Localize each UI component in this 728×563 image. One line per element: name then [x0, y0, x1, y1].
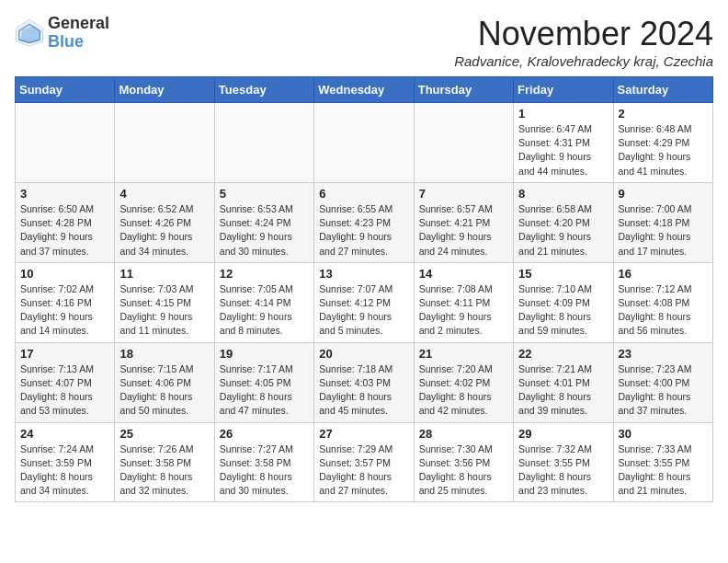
- week-row-5: 24Sunrise: 7:24 AM Sunset: 3:59 PM Dayli…: [16, 422, 713, 502]
- location: Radvanice, Kralovehradecky kraj, Czechia: [454, 53, 713, 69]
- day-number-10: 10: [20, 267, 109, 281]
- page-container: General Blue November 2024 Radvanice, Kr…: [15, 15, 713, 502]
- day-info-19: Sunrise: 7:17 AM Sunset: 4:05 PM Dayligh…: [220, 362, 309, 419]
- day-info-20: Sunrise: 7:18 AM Sunset: 4:03 PM Dayligh…: [319, 362, 408, 419]
- day-info-26: Sunrise: 7:27 AM Sunset: 3:58 PM Dayligh…: [220, 442, 309, 499]
- calendar-cell-1-1: 4Sunrise: 6:52 AM Sunset: 4:26 PM Daylig…: [115, 182, 214, 262]
- col-thursday: Thursday: [414, 77, 513, 103]
- calendar-cell-0-5: 1Sunrise: 6:47 AM Sunset: 4:31 PM Daylig…: [514, 103, 613, 183]
- day-info-11: Sunrise: 7:03 AM Sunset: 4:15 PM Dayligh…: [119, 282, 209, 339]
- day-number-4: 4: [119, 187, 209, 201]
- day-number-16: 16: [619, 267, 708, 281]
- calendar-cell-0-0: [16, 103, 115, 183]
- day-info-12: Sunrise: 7:05 AM Sunset: 4:14 PM Dayligh…: [220, 282, 309, 339]
- day-info-23: Sunrise: 7:23 AM Sunset: 4:00 PM Dayligh…: [619, 362, 708, 419]
- title-block: November 2024 Radvanice, Kralovehradecky…: [454, 15, 713, 69]
- calendar-cell-1-6: 9Sunrise: 7:00 AM Sunset: 4:18 PM Daylig…: [613, 182, 712, 262]
- day-number-29: 29: [518, 427, 608, 441]
- calendar-cell-1-0: 3Sunrise: 6:50 AM Sunset: 4:28 PM Daylig…: [16, 182, 115, 262]
- day-info-10: Sunrise: 7:02 AM Sunset: 4:16 PM Dayligh…: [20, 282, 109, 339]
- calendar-cell-3-3: 20Sunrise: 7:18 AM Sunset: 4:03 PM Dayli…: [314, 342, 414, 422]
- day-number-11: 11: [119, 267, 209, 281]
- calendar-cell-3-2: 19Sunrise: 7:17 AM Sunset: 4:05 PM Dayli…: [214, 342, 313, 422]
- calendar-header: Sunday Monday Tuesday Wednesday Thursday…: [16, 77, 713, 103]
- calendar-cell-2-4: 14Sunrise: 7:08 AM Sunset: 4:11 PM Dayli…: [414, 262, 513, 342]
- calendar-cell-2-6: 16Sunrise: 7:12 AM Sunset: 4:08 PM Dayli…: [613, 262, 712, 342]
- day-number-21: 21: [419, 347, 508, 361]
- day-info-14: Sunrise: 7:08 AM Sunset: 4:11 PM Dayligh…: [419, 282, 508, 339]
- day-number-20: 20: [319, 347, 408, 361]
- calendar-cell-2-3: 13Sunrise: 7:07 AM Sunset: 4:12 PM Dayli…: [314, 262, 414, 342]
- calendar-cell-0-6: 2Sunrise: 6:48 AM Sunset: 4:29 PM Daylig…: [613, 103, 712, 183]
- week-row-1: 1Sunrise: 6:47 AM Sunset: 4:31 PM Daylig…: [16, 103, 713, 183]
- month-title: November 2024: [454, 15, 713, 53]
- calendar-cell-4-6: 30Sunrise: 7:33 AM Sunset: 3:55 PM Dayli…: [613, 422, 712, 502]
- day-number-22: 22: [518, 347, 608, 361]
- day-info-9: Sunrise: 7:00 AM Sunset: 4:18 PM Dayligh…: [619, 202, 708, 259]
- calendar-cell-1-4: 7Sunrise: 6:57 AM Sunset: 4:21 PM Daylig…: [414, 182, 513, 262]
- day-number-23: 23: [619, 347, 708, 361]
- calendar-cell-3-5: 22Sunrise: 7:21 AM Sunset: 4:01 PM Dayli…: [514, 342, 613, 422]
- day-info-30: Sunrise: 7:33 AM Sunset: 3:55 PM Dayligh…: [619, 442, 708, 499]
- logo-text: General Blue: [48, 15, 109, 52]
- day-number-2: 2: [619, 107, 708, 121]
- calendar-cell-0-3: [314, 103, 414, 183]
- day-info-21: Sunrise: 7:20 AM Sunset: 4:02 PM Dayligh…: [419, 362, 508, 419]
- week-row-3: 10Sunrise: 7:02 AM Sunset: 4:16 PM Dayli…: [16, 262, 713, 342]
- day-number-3: 3: [20, 187, 109, 201]
- calendar-cell-1-3: 6Sunrise: 6:55 AM Sunset: 4:23 PM Daylig…: [314, 182, 414, 262]
- col-saturday: Saturday: [613, 77, 712, 103]
- calendar-cell-4-4: 28Sunrise: 7:30 AM Sunset: 3:56 PM Dayli…: [414, 422, 513, 502]
- day-info-15: Sunrise: 7:10 AM Sunset: 4:09 PM Dayligh…: [518, 282, 608, 339]
- day-info-1: Sunrise: 6:47 AM Sunset: 4:31 PM Dayligh…: [518, 122, 608, 178]
- calendar-cell-4-1: 25Sunrise: 7:26 AM Sunset: 3:58 PM Dayli…: [115, 422, 214, 502]
- calendar-cell-3-4: 21Sunrise: 7:20 AM Sunset: 4:02 PM Dayli…: [414, 342, 513, 422]
- day-number-8: 8: [518, 187, 608, 201]
- day-info-25: Sunrise: 7:26 AM Sunset: 3:58 PM Dayligh…: [119, 442, 209, 499]
- day-number-1: 1: [518, 107, 608, 121]
- day-info-4: Sunrise: 6:52 AM Sunset: 4:26 PM Dayligh…: [119, 202, 209, 259]
- calendar-cell-0-2: [214, 103, 313, 183]
- day-number-17: 17: [20, 347, 109, 361]
- day-number-9: 9: [619, 187, 708, 201]
- day-info-3: Sunrise: 6:50 AM Sunset: 4:28 PM Dayligh…: [20, 202, 109, 259]
- day-number-14: 14: [419, 267, 508, 281]
- day-info-27: Sunrise: 7:29 AM Sunset: 3:57 PM Dayligh…: [319, 442, 408, 499]
- calendar-cell-4-5: 29Sunrise: 7:32 AM Sunset: 3:55 PM Dayli…: [514, 422, 613, 502]
- day-info-24: Sunrise: 7:24 AM Sunset: 3:59 PM Dayligh…: [20, 442, 109, 499]
- day-info-16: Sunrise: 7:12 AM Sunset: 4:08 PM Dayligh…: [619, 282, 708, 339]
- day-number-5: 5: [220, 187, 309, 201]
- calendar-cell-4-3: 27Sunrise: 7:29 AM Sunset: 3:57 PM Dayli…: [314, 422, 414, 502]
- col-wednesday: Wednesday: [314, 77, 414, 103]
- col-friday: Friday: [514, 77, 613, 103]
- calendar-cell-4-2: 26Sunrise: 7:27 AM Sunset: 3:58 PM Dayli…: [214, 422, 313, 502]
- calendar-cell-0-1: [115, 103, 214, 183]
- page-header: General Blue November 2024 Radvanice, Kr…: [15, 15, 713, 69]
- day-info-13: Sunrise: 7:07 AM Sunset: 4:12 PM Dayligh…: [319, 282, 408, 339]
- day-info-6: Sunrise: 6:55 AM Sunset: 4:23 PM Dayligh…: [319, 202, 408, 259]
- day-number-18: 18: [119, 347, 209, 361]
- day-number-13: 13: [319, 267, 408, 281]
- day-number-27: 27: [319, 427, 408, 441]
- day-number-6: 6: [319, 187, 408, 201]
- calendar-cell-3-1: 18Sunrise: 7:15 AM Sunset: 4:06 PM Dayli…: [115, 342, 214, 422]
- day-number-7: 7: [419, 187, 508, 201]
- logo-icon: [15, 18, 44, 48]
- day-info-2: Sunrise: 6:48 AM Sunset: 4:29 PM Dayligh…: [619, 122, 708, 178]
- day-info-22: Sunrise: 7:21 AM Sunset: 4:01 PM Dayligh…: [518, 362, 608, 419]
- calendar-cell-3-0: 17Sunrise: 7:13 AM Sunset: 4:07 PM Dayli…: [16, 342, 115, 422]
- day-number-19: 19: [220, 347, 309, 361]
- day-number-30: 30: [619, 427, 708, 441]
- day-number-12: 12: [220, 267, 309, 281]
- day-info-7: Sunrise: 6:57 AM Sunset: 4:21 PM Dayligh…: [419, 202, 508, 259]
- calendar-cell-0-4: [414, 103, 513, 183]
- calendar-cell-1-5: 8Sunrise: 6:58 AM Sunset: 4:20 PM Daylig…: [514, 182, 613, 262]
- calendar-cell-2-5: 15Sunrise: 7:10 AM Sunset: 4:09 PM Dayli…: [514, 262, 613, 342]
- day-info-17: Sunrise: 7:13 AM Sunset: 4:07 PM Dayligh…: [20, 362, 109, 419]
- calendar-body: 1Sunrise: 6:47 AM Sunset: 4:31 PM Daylig…: [16, 103, 713, 502]
- day-info-29: Sunrise: 7:32 AM Sunset: 3:55 PM Dayligh…: [518, 442, 608, 499]
- week-row-4: 17Sunrise: 7:13 AM Sunset: 4:07 PM Dayli…: [16, 342, 713, 422]
- day-number-25: 25: [119, 427, 209, 441]
- calendar-cell-2-2: 12Sunrise: 7:05 AM Sunset: 4:14 PM Dayli…: [214, 262, 313, 342]
- calendar-cell-3-6: 23Sunrise: 7:23 AM Sunset: 4:00 PM Dayli…: [613, 342, 712, 422]
